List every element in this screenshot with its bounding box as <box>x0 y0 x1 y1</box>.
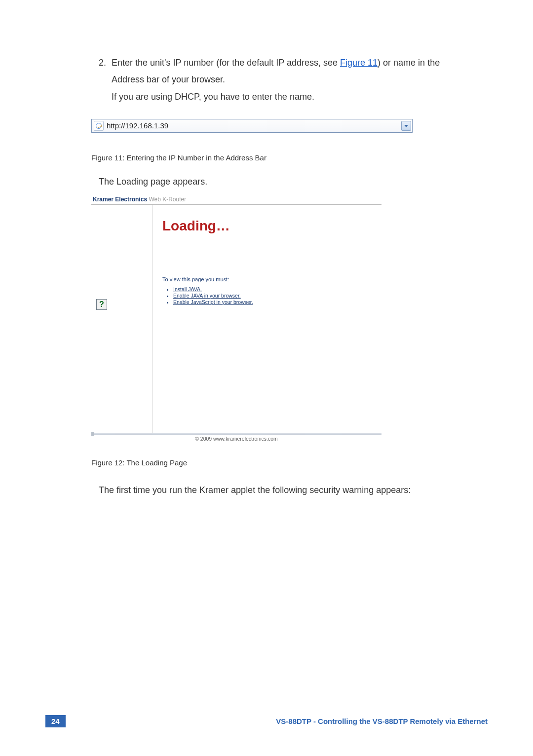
page-number-badge: 24 <box>45 715 66 727</box>
question-icon: ? <box>96 299 107 310</box>
install-java-link[interactable]: Install JAVA. <box>173 286 202 292</box>
kr-right-panel: Loading… To view this page you must: Ins… <box>152 205 381 433</box>
enable-java-link[interactable]: Enable JAVA in your browser. <box>173 293 241 299</box>
figure-12-caption: Figure 12: The Loading Page <box>91 458 442 467</box>
requirements-intro: To view this page you must: <box>162 276 377 282</box>
step-text-c: If you are using DHCP, you have to enter… <box>112 92 314 102</box>
step-number: 2. <box>99 54 112 71</box>
kr-sub: Web K-Router <box>147 196 186 203</box>
address-url[interactable]: http://192.168.1.39 <box>105 121 401 130</box>
instruction-step-2: 2. Enter the unit's IP number (for the d… <box>99 54 442 105</box>
kr-header: Kramer Electronics Web K-Router <box>91 194 381 205</box>
enable-js-link[interactable]: Enable JavaScript in your browser. <box>173 299 253 305</box>
figure-11-caption: Figure 11: Entering the IP Number in the… <box>91 153 442 162</box>
loading-page-appears: The Loading page appears. <box>99 177 442 187</box>
address-dropdown-button[interactable] <box>401 121 411 131</box>
figure-loading-page: Kramer Electronics Web K-Router ? Loadin… <box>91 194 381 444</box>
browser-address-bar: http://192.168.1.39 <box>91 119 413 133</box>
kr-brand: Kramer Electronics <box>93 196 147 203</box>
kr-left-panel: ? <box>91 205 152 433</box>
requirements-list: Install JAVA. Enable JAVA in your browse… <box>173 286 377 305</box>
security-warning-intro: The first time you run the Kramer applet… <box>99 482 442 498</box>
list-item: Install JAVA. <box>173 286 377 292</box>
ie-page-icon <box>94 121 104 131</box>
list-item: Enable JavaScript in your browser. <box>173 299 377 305</box>
figure-11-link[interactable]: Figure 11 <box>340 58 378 68</box>
doc-footer: 24 VS-88DTP - Controlling the VS-88DTP R… <box>45 715 488 727</box>
list-item: Enable JAVA in your browser. <box>173 293 377 299</box>
step-text-a: Enter the unit's IP number (for the defa… <box>112 58 340 68</box>
loading-heading: Loading… <box>162 218 377 234</box>
doc-footer-title: VS-88DTP - Controlling the VS-88DTP Remo… <box>276 717 488 725</box>
kr-footer: © 2009 www.kramerelectronics.com <box>91 435 381 444</box>
